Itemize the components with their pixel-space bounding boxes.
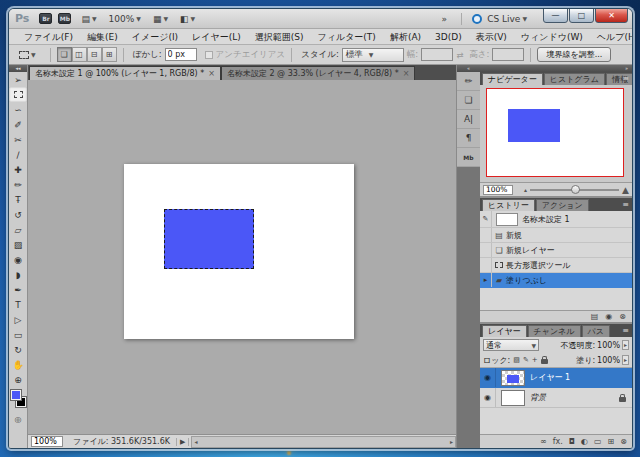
arrange-documents-button[interactable]: ▦▼: [149, 13, 172, 25]
history-brush-source-well[interactable]: [480, 243, 492, 257]
view-extras-button[interactable]: ▤▼: [77, 13, 100, 25]
eraser-tool[interactable]: ▱: [9, 222, 27, 237]
lock-pixels-icon[interactable]: ✎: [523, 356, 529, 364]
selection-add-button[interactable]: ◫: [72, 47, 87, 62]
history-brush-source-well[interactable]: ✎: [480, 211, 492, 227]
cs-live-button[interactable]: CS Live ▼: [468, 13, 531, 25]
clone-stamp-tool[interactable]: Ŧ: [9, 192, 27, 207]
zoom-tool[interactable]: ⊕: [9, 372, 27, 387]
lock-transparency-icon[interactable]: ▨: [513, 356, 520, 364]
dodge-tool[interactable]: ◗: [9, 267, 27, 282]
foreground-color-swatch[interactable]: [11, 390, 21, 400]
close-icon[interactable]: ×: [403, 69, 410, 78]
lasso-tool[interactable]: ∽: [9, 102, 27, 117]
status-options-button[interactable]: ▶: [176, 438, 189, 446]
close-icon[interactable]: ×: [208, 69, 215, 78]
hand-tool[interactable]: ✋: [9, 357, 27, 372]
delete-state-icon[interactable]: ⊗: [619, 312, 626, 321]
opacity-spinner[interactable]: ▸: [622, 340, 629, 350]
3d-rotate-tool[interactable]: ↻: [9, 342, 27, 357]
refine-edge-button[interactable]: 境界線を調整...: [537, 47, 611, 62]
visibility-eye-icon[interactable]: ◉: [480, 368, 496, 387]
panel-menu-icon[interactable]: ≡: [622, 326, 629, 335]
history-brush-source-well[interactable]: ▸: [480, 273, 492, 287]
history-brush-tool[interactable]: ↺: [9, 207, 27, 222]
panel-menu-icon[interactable]: ≡: [622, 200, 629, 209]
blend-mode-select[interactable]: 通常 ▼: [483, 339, 539, 351]
paragraph-panel-icon[interactable]: ¶: [457, 129, 480, 148]
adjustment-layer-icon[interactable]: ◐: [581, 437, 588, 446]
dock-expand-grip[interactable]: «: [457, 65, 480, 72]
layer-thumbnail[interactable]: [501, 390, 525, 406]
new-layer-icon[interactable]: ⊞: [608, 437, 615, 446]
brush-presets-panel-icon[interactable]: ✏: [457, 72, 480, 91]
layer-row-background[interactable]: ◉ 背景: [480, 388, 632, 408]
rectangle-tool[interactable]: ▭: [9, 327, 27, 342]
menu-file[interactable]: ファイル(F): [17, 29, 80, 45]
brush-tool[interactable]: ✏: [9, 177, 27, 192]
tab-navigator[interactable]: ナビゲーター: [482, 73, 543, 85]
move-tool[interactable]: ➢: [9, 72, 27, 87]
scroll-left-icon[interactable]: ◂: [194, 438, 197, 445]
tools-panel-grip[interactable]: ◂◂: [9, 65, 27, 72]
minimize-button[interactable]: —: [543, 8, 568, 23]
tab-paths[interactable]: パス: [582, 325, 610, 337]
visibility-eye-icon[interactable]: ◉: [480, 388, 496, 407]
tab-history[interactable]: ヒストリー: [482, 199, 535, 211]
quick-mask-button[interactable]: ◎: [9, 413, 27, 425]
eyedropper-tool[interactable]: ∕: [9, 147, 27, 162]
zoom-level-button[interactable]: 100%▼: [105, 13, 145, 25]
healing-brush-tool[interactable]: ✚: [9, 162, 27, 177]
bridge-icon[interactable]: Br: [39, 13, 52, 24]
menu-view[interactable]: 表示(V): [469, 29, 514, 45]
mini-bridge-icon[interactable]: Mb: [58, 13, 71, 24]
history-step-fill[interactable]: ▸ ▰ 塗りつぶし: [480, 273, 632, 288]
overflow-button[interactable]: »: [438, 13, 452, 25]
quick-selection-tool[interactable]: ✐: [9, 117, 27, 132]
history-brush-source-well[interactable]: [480, 258, 492, 272]
tab-actions[interactable]: アクション: [536, 199, 589, 211]
tab-histogram[interactable]: ヒストグラム: [544, 73, 605, 85]
menu-help[interactable]: ヘルプ(H): [590, 29, 633, 45]
menu-select[interactable]: 選択範囲(S): [248, 29, 311, 45]
antialias-checkbox[interactable]: [205, 51, 213, 59]
delete-layer-icon[interactable]: ⊗: [620, 437, 627, 446]
tool-preset-button[interactable]: ▼: [15, 50, 40, 60]
scroll-right-icon[interactable]: ▸: [450, 438, 453, 445]
menu-analysis[interactable]: 解析(A): [383, 29, 428, 45]
rectangular-marquee-tool[interactable]: [9, 87, 27, 102]
navigator-proxy-view[interactable]: [486, 88, 624, 177]
feather-input[interactable]: [165, 48, 197, 61]
new-snapshot-icon[interactable]: ◉: [605, 312, 612, 321]
new-document-from-state-icon[interactable]: ▤: [591, 312, 599, 321]
zoom-in-icon[interactable]: ▲: [622, 185, 629, 195]
canvas-area[interactable]: [28, 80, 456, 434]
maximize-button[interactable]: □: [569, 8, 594, 23]
fill-spinner[interactable]: ▸: [622, 355, 629, 365]
selection-marquee-blue-rectangle[interactable]: [164, 209, 254, 269]
crop-tool[interactable]: ✂: [9, 132, 27, 147]
layer-styles-icon[interactable]: fx.: [553, 437, 563, 446]
menu-layer[interactable]: レイヤー(L): [185, 29, 248, 45]
layer-group-icon[interactable]: ▭: [594, 437, 602, 446]
history-step-new[interactable]: ▤ 新規: [480, 228, 632, 243]
menu-window[interactable]: ウィンドウ(W): [514, 29, 590, 45]
mini-bridge-panel-icon[interactable]: Mb: [457, 148, 480, 167]
panel-menu-icon[interactable]: ≡: [622, 74, 629, 83]
selection-intersect-button[interactable]: ⊞: [102, 47, 117, 62]
history-brush-source-well[interactable]: [480, 228, 492, 242]
document-tab-2[interactable]: 名称未設定 2 @ 33.3% (レイヤー 4, RGB/8) * ×: [221, 66, 415, 80]
menu-filter[interactable]: フィルター(T): [311, 29, 383, 45]
lock-all-icon[interactable]: [541, 359, 548, 364]
navigator-zoom-input[interactable]: [483, 185, 513, 195]
navigator-zoom-slider[interactable]: [530, 189, 619, 191]
dock-collapse-grip[interactable]: »: [480, 65, 632, 72]
history-step-marquee[interactable]: 長方形選択ツール: [480, 258, 632, 273]
path-selection-tool[interactable]: ▷: [9, 312, 27, 327]
link-layers-icon[interactable]: ∞: [540, 437, 547, 446]
tab-channels[interactable]: チャンネル: [528, 325, 581, 337]
lock-position-icon[interactable]: +: [532, 356, 538, 364]
document-tab-1[interactable]: 名称未設定 1 @ 100% (レイヤー 1, RGB/8) * ×: [29, 66, 221, 80]
slider-thumb[interactable]: [571, 185, 580, 194]
gradient-tool[interactable]: ▨: [9, 237, 27, 252]
